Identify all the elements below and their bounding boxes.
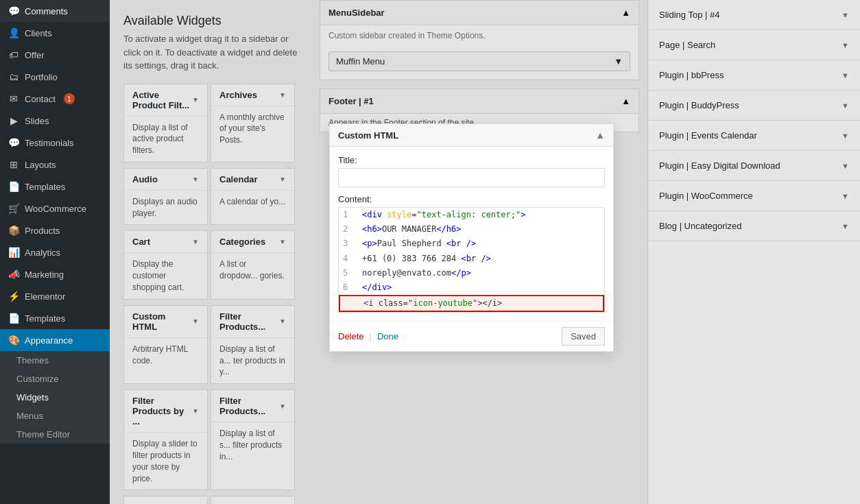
right-panel-chevron-icon: ▼	[841, 41, 849, 49]
code-line-1: 1 <div style="text-align: center;">	[339, 208, 604, 222]
page-description: To activate a widget drag it to a sideba…	[123, 32, 298, 73]
sidebar-sub-customize[interactable]: Customize	[0, 370, 110, 388]
sidebar-item-analytics[interactable]: 📊 Analytics	[0, 241, 110, 263]
sidebar-submenu: Themes Customize Widgets Menus Theme Edi…	[0, 351, 110, 444]
right-panel-chevron-icon: ▼	[841, 101, 849, 110]
widgets-grid: Active Product Filt... ▼ Display a list …	[123, 84, 298, 505]
layouts-icon: ⊞	[8, 159, 19, 170]
right-panel-item-plugin-woocommerce[interactable]: Plugin | WooCommerce ▼	[648, 181, 860, 211]
menu-sidebar-collapse-icon[interactable]: ▲	[621, 8, 630, 18]
muffin-menu-arrow-icon: ▼	[614, 56, 623, 67]
widget-cart[interactable]: Cart ▼ Display the customer shopping car…	[123, 230, 208, 299]
sidebar-item-label: Analytics	[25, 248, 60, 258]
modal-header: Custom HTML ▲	[330, 124, 613, 147]
widget-gallery[interactable]: Gallery ▼ Displays an image gallery.	[123, 496, 208, 504]
sidebar-item-label: Elementor	[25, 291, 65, 302]
widget-header: Filter Products... ▼	[211, 390, 294, 422]
sidebar-item-contact[interactable]: ✉ Contact 1	[0, 88, 110, 110]
sidebar-item-templates2[interactable]: 📄 Templates	[0, 307, 110, 329]
menu-sidebar-desc: Custom sidebar created in Theme Options.	[320, 25, 638, 46]
sidebar-item-label: Contact	[25, 94, 56, 104]
sidebar-item-templates[interactable]: 📄 Templates	[0, 176, 110, 197]
testimonials-icon: 💬	[8, 137, 19, 148]
sidebar-item-layouts[interactable]: ⊞ Layouts	[0, 154, 110, 176]
widget-custom-html[interactable]: Custom HTML ▼ Arbitrary HTML code.	[123, 305, 208, 384]
widget-header: Filter Products... ▼	[211, 306, 294, 338]
sidebar-item-woocommerce[interactable]: 🛒 WooCommerce	[0, 197, 110, 219]
templates-icon: 📄	[8, 181, 19, 192]
right-panel-chevron-icon: ▼	[841, 162, 849, 170]
sidebar-item-label: Slides	[25, 116, 49, 126]
code-editor[interactable]: 1 <div style="text-align: center;"> 2 <h…	[338, 207, 605, 313]
elementor-icon: ⚡	[8, 291, 19, 302]
modal-delete-link[interactable]: Delete	[338, 331, 364, 341]
modal-close-icon[interactable]: ▲	[595, 130, 605, 141]
widget-header: Categories ▼	[211, 231, 294, 253]
code-line-5: 5 noreply@envato.com</p>	[339, 266, 604, 280]
right-panel-chevron-icon: ▼	[841, 192, 849, 200]
analytics-icon: 📊	[8, 247, 19, 258]
widget-image[interactable]: Image ▼ Displays an imag...	[211, 496, 295, 504]
footer-collapse-icon[interactable]: ▲	[621, 96, 630, 106]
marketing-icon: 📣	[8, 269, 19, 280]
sidebar-item-appearance[interactable]: 🎨 Appearance	[0, 329, 110, 351]
widget-filter-products[interactable]: Filter Products... ▼ Display a list of a…	[211, 305, 295, 384]
sidebar-item-label: Appearance	[25, 335, 73, 346]
sidebar-item-label: Products	[25, 226, 60, 236]
widget-audio[interactable]: Audio ▼ Displays an audio player.	[123, 168, 208, 226]
right-panel-item-plugin-bbpress[interactable]: Plugin | bbPress ▼	[648, 60, 860, 91]
offer-icon: 🏷	[8, 49, 19, 60]
templates2-icon: 📄	[8, 313, 19, 324]
right-panel-item-plugin-buddypress[interactable]: Plugin | BuddyPress ▼	[648, 91, 860, 121]
clients-icon: 👤	[8, 27, 19, 38]
sidebar-item-portfolio[interactable]: 🗂 Portfolio	[0, 66, 110, 88]
code-line-2: 2 <h6>OUR MANAGER</h6>	[339, 222, 604, 237]
sidebar-item-label: WooCommerce	[25, 204, 86, 214]
modal-saved-button[interactable]: Saved	[562, 327, 605, 346]
sidebar-item-slides[interactable]: ▶ Slides	[0, 110, 110, 132]
footer-section-header: Footer | #1 ▲	[320, 89, 638, 114]
modal-title: Custom HTML	[338, 130, 398, 141]
footer-section-title: Footer | #1	[329, 96, 374, 106]
widget-filter-products2[interactable]: Filter Products... ▼ Display a list of s…	[211, 389, 295, 490]
right-panel-item-sliding-top-4[interactable]: Sliding Top | #4 ▼	[648, 0, 860, 30]
sidebar-item-testimonials[interactable]: 💬 Testimonials	[0, 132, 110, 154]
right-panel-item-plugin-edd[interactable]: Plugin | Easy Digital Download ▼	[648, 151, 860, 181]
modal-done-link[interactable]: Done	[377, 331, 398, 341]
sidebar-item-marketing[interactable]: 📣 Marketing	[0, 263, 110, 285]
sidebar-item-elementor[interactable]: ⚡ Elementor	[0, 285, 110, 307]
code-line-6: 6 </div>	[339, 280, 604, 295]
menu-sidebar-section: MenuSidebar ▲ Custom sidebar created in …	[320, 0, 639, 80]
widget-active-product[interactable]: Active Product Filt... ▼ Display a list …	[123, 84, 208, 163]
widget-chevron-icon: ▼	[279, 176, 286, 183]
sidebar-sub-widgets[interactable]: Widgets	[0, 388, 110, 407]
modal-title-input[interactable]	[338, 168, 605, 187]
muffin-menu-button[interactable]: Muffin Menu ▼	[329, 51, 630, 71]
sidebar-item-products[interactable]: 📦 Products	[0, 219, 110, 241]
right-panel-chevron-icon: ▼	[841, 222, 849, 230]
right-panel-item-page-search[interactable]: Page | Search ▼	[648, 30, 860, 60]
right-panel-item-blog-uncategorized[interactable]: Blog | Uncategorized ▼	[648, 211, 860, 241]
sidebar-item-clients[interactable]: 👤 Clients	[0, 22, 110, 44]
widget-archives[interactable]: Archives ▼ A monthly archive of your sit…	[211, 84, 295, 163]
widget-chevron-icon: ▼	[279, 238, 286, 245]
modal-body: Title: Content: 1 <div style="text-align…	[330, 147, 613, 321]
sidebar-item-label: Layouts	[25, 160, 56, 170]
right-panel-chevron-icon: ▼	[841, 132, 849, 140]
contact-badge: 1	[64, 93, 75, 104]
sidebar-item-comments[interactable]: 💬 Comments	[0, 0, 110, 22]
menu-sidebar-title: MenuSidebar	[329, 8, 385, 18]
comments-icon: 💬	[8, 5, 19, 16]
sidebar-item-offer[interactable]: 🏷 Offer	[0, 44, 110, 66]
sidebar-sub-themes[interactable]: Themes	[0, 351, 110, 370]
products-icon: 📦	[8, 225, 19, 236]
sidebar-sub-menus[interactable]: Menus	[0, 407, 110, 425]
widget-chevron-icon: ▼	[192, 317, 199, 325]
widget-categories[interactable]: Categories ▼ A list or dropdow... gories…	[211, 230, 295, 299]
widget-filter-products-by[interactable]: Filter Products by ... ▼ Display a slide…	[123, 389, 208, 490]
right-panel-chevron-icon: ▼	[841, 71, 849, 80]
sidebar-sub-theme-editor[interactable]: Theme Editor	[0, 425, 110, 444]
sidebar-item-label: Comments	[25, 6, 68, 16]
right-panel-item-plugin-events[interactable]: Plugin | Events Calendar ▼	[648, 121, 860, 151]
widget-calendar[interactable]: Calendar ▼ A calendar of yo...	[211, 168, 295, 226]
